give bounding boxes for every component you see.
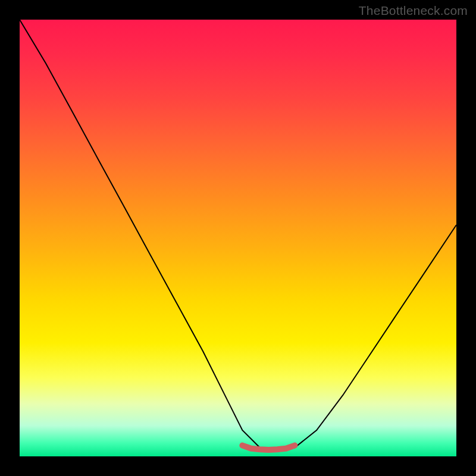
chart-plot-area [20,20,456,456]
watermark-text: TheBottleneck.com [359,4,468,18]
bottleneck-curve-path [20,20,456,450]
bottleneck-curve-svg [20,20,456,456]
optimal-marker-path [242,446,295,450]
